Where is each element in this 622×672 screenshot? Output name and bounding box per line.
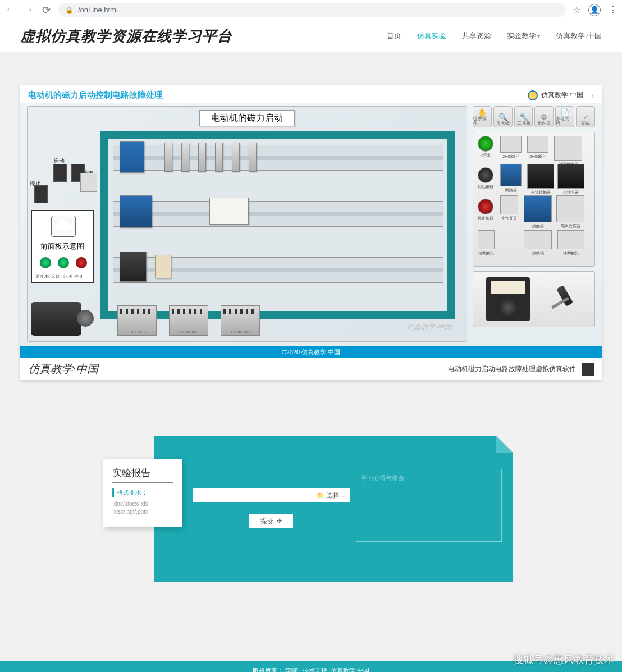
part-aux[interactable]: 辅助触头 xyxy=(478,230,495,256)
circuit-board[interactable]: 电动机的磁力启动 停止 启动 通电 前面板示意图 通电指示灯 启动 停止 xyxy=(27,106,467,342)
nav-teaching[interactable]: 实验教学 xyxy=(507,31,541,41)
browser-bar: ← → ⟳ 🔒 /onLine.html ☆ 👤 ⋮ xyxy=(0,0,622,20)
terminal-block-1[interactable]: L1 L2 L3 xyxy=(117,305,157,336)
panel-label: 前面板示意图 xyxy=(32,241,93,252)
fullscreen-button[interactable]: ⛶ xyxy=(582,363,594,376)
panel-sublabel: 通电指示灯 启动 停止 xyxy=(35,273,84,280)
sim-copyright: ©2020 仿真教学.中国 xyxy=(20,346,602,358)
reload-button[interactable]: ⟳ xyxy=(40,4,52,16)
board-title: 电动机的磁力启动 xyxy=(199,110,295,126)
bookmark-star-icon[interactable]: ☆ xyxy=(573,4,580,15)
part-km[interactable]: 接触器 xyxy=(524,195,552,229)
tool-hand[interactable]: ✋徒手操作 xyxy=(473,106,492,127)
fuse-5[interactable] xyxy=(232,143,240,172)
nav-home[interactable]: 首页 xyxy=(387,31,401,41)
part-thermal[interactable]: 热继电器 xyxy=(557,164,584,195)
address-bar[interactable]: 🔒 /onLine.html xyxy=(58,3,566,17)
part-aux2[interactable]: 辅助触头 xyxy=(557,230,584,256)
indicator-red[interactable] xyxy=(76,257,87,268)
format-text: .doc/.docx/.xls .xlsx/.ppt/.pptx xyxy=(112,500,173,516)
fuse-3[interactable] xyxy=(198,143,206,172)
browser-menu-icon[interactable]: ⋮ xyxy=(609,4,618,15)
terminal-block-3[interactable]: U2 V2 W2 xyxy=(221,305,260,336)
report-section: 学习心得与体会 📁 选择 ... 提交 ✈ 实验报告 格式要求： .doc/.d… xyxy=(109,436,513,588)
din-rail-2 xyxy=(113,201,443,227)
fuse-4[interactable] xyxy=(215,143,223,172)
submit-button[interactable]: 提交 ✈ xyxy=(249,514,293,528)
feedback-textarea[interactable]: 学习心得与体会 xyxy=(356,469,502,542)
check-icon: ✓ xyxy=(583,113,589,121)
url-text: /onLine.html xyxy=(78,6,118,14)
nav-menu: 首页 仿真实验 共享资源 实验教学 仿真教学.中国 xyxy=(387,31,602,41)
overload-relay[interactable] xyxy=(156,255,171,278)
board-watermark: 仿真教学·中国 xyxy=(406,322,452,332)
multimeter-icon[interactable] xyxy=(486,277,530,321)
motor-icon[interactable] xyxy=(31,302,81,336)
sim-brand: 仿真教学.中国 ‹ xyxy=(528,90,594,100)
simulation-card: 电动机的磁力启动控制电路故障处理 仿真教学.中国 ‹ 电动机的磁力启动 停止 启… xyxy=(20,85,602,380)
stop-pushbutton[interactable] xyxy=(34,185,48,203)
sim-body: 电动机的磁力启动 停止 启动 通电 前面板示意图 通电指示灯 启动 停止 xyxy=(20,103,602,346)
site-header: 虚拟仿真教学资源在线学习平台 首页 仿真实验 共享资源 实验教学 仿真教学.中国 xyxy=(0,20,622,52)
part-start-btn[interactable]: 启动按钮 xyxy=(478,167,493,190)
indicator-green-1[interactable] xyxy=(40,257,51,268)
collapse-chevron-icon[interactable]: ‹ xyxy=(591,91,594,100)
tool-components[interactable]: ⚙元件库 xyxy=(534,106,554,127)
fuse-6[interactable] xyxy=(249,143,257,172)
part-contactor[interactable]: 交流接触器 xyxy=(527,164,554,195)
part-airswitch[interactable]: 空气开关 xyxy=(500,195,518,221)
contactor-km[interactable] xyxy=(120,195,152,228)
instrument-box xyxy=(473,271,595,327)
part-terminal[interactable]: 接线端 xyxy=(524,230,552,256)
sim-logo: 仿真教学·中国 xyxy=(28,362,98,377)
brand-icon xyxy=(528,90,538,100)
toolbox-icon: 🔧 xyxy=(519,113,528,121)
part-stop-btn[interactable]: 停止按钮 xyxy=(478,199,493,221)
lock-icon: 🔒 xyxy=(65,6,74,14)
tool-complete[interactable]: ✓完成 xyxy=(576,106,595,127)
report-title: 实验报告 xyxy=(112,467,173,483)
sim-title: 电动机的磁力启动控制电路故障处理 xyxy=(28,90,163,100)
hand-icon: ✋ xyxy=(478,108,487,117)
terminal-blocks: L1 L2 L3 U1 V1 W1 U2 V2 W2 xyxy=(117,305,260,336)
file-select-input[interactable]: 📁 选择 ... xyxy=(193,488,350,502)
part-timer[interactable]: 时间继电器 xyxy=(554,136,582,167)
nav-brand[interactable]: 仿真教学.中国 xyxy=(556,31,602,41)
indicator-lamp[interactable] xyxy=(80,173,97,192)
forward-button[interactable]: → xyxy=(22,4,34,16)
nav-simulation[interactable]: 仿真实验 xyxy=(417,31,446,41)
tool-magnify[interactable]: 🔍放大镜 xyxy=(493,106,513,127)
terminal-block-2[interactable]: U1 V1 W1 xyxy=(169,305,208,336)
fuse-2[interactable] xyxy=(181,143,189,172)
back-button[interactable]: ← xyxy=(4,4,16,16)
fuse-1[interactable] xyxy=(164,143,172,172)
part-fuse-2a[interactable]: 2A熔断丝 xyxy=(500,136,522,159)
front-panel: 前面板示意图 通电指示灯 启动 停止 xyxy=(31,210,94,283)
ammeter-icon xyxy=(51,216,76,237)
part-transformer[interactable]: 隔离变压器 xyxy=(556,195,584,229)
part-indicator[interactable]: 指示灯 xyxy=(478,136,493,158)
toolbar: ✋徒手操作 🔍放大镜 🔧工具箱 ⚙元件库 📄参考资料 ✓完成 xyxy=(473,106,595,127)
relay[interactable] xyxy=(209,198,249,225)
tool-reference[interactable]: 📄参考资料 xyxy=(555,106,574,127)
send-icon: ✈ xyxy=(277,517,282,525)
report-info-box: 实验报告 格式要求： .doc/.docx/.xls .xlsx/.ppt/.p… xyxy=(103,459,182,527)
format-label: 格式要求： xyxy=(112,488,173,497)
part-fuse-5a[interactable]: 5A熔断丝 xyxy=(527,136,548,159)
document-icon: 📄 xyxy=(560,108,569,117)
thermal-relay[interactable] xyxy=(120,252,147,282)
tool-toolbox[interactable]: 🔧工具箱 xyxy=(514,106,533,127)
part-breaker[interactable]: 断路器 xyxy=(500,164,522,193)
indicator-green-2[interactable] xyxy=(58,257,69,268)
start-pushbutton[interactable] xyxy=(53,164,67,182)
din-rail-1 xyxy=(113,145,443,171)
nav-resources[interactable]: 共享资源 xyxy=(462,31,491,41)
sim-description: 电动机磁力启动电路故障处理虚拟仿真软件 ⛶ xyxy=(448,363,594,376)
circuit-breaker[interactable] xyxy=(120,141,144,173)
magnify-icon: 🔍 xyxy=(498,113,507,121)
screwdriver-icon[interactable] xyxy=(546,281,582,317)
tools-panel: ✋徒手操作 🔍放大镜 🔧工具箱 ⚙元件库 📄参考资料 ✓完成 指示灯 2A熔断丝… xyxy=(473,106,595,342)
user-avatar-icon[interactable]: 👤 xyxy=(588,4,601,16)
page-content: 电动机的磁力启动控制电路故障处理 仿真教学.中国 ‹ 电动机的磁力启动 停止 启… xyxy=(0,52,622,610)
mounting-frame: KM xyxy=(100,131,455,319)
